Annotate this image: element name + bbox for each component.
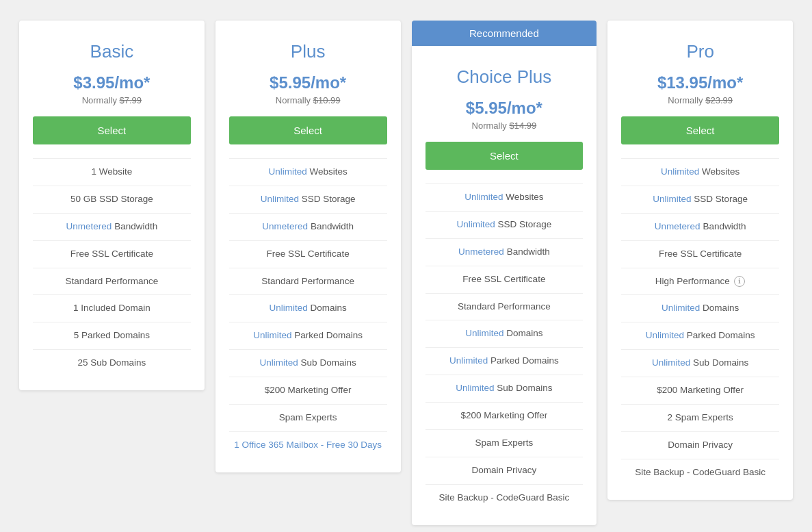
recommended-badge: Recommended bbox=[412, 21, 597, 46]
plan-card-plus: Plus$5.95/mo*Normally $10.99SelectUnlimi… bbox=[215, 21, 401, 472]
feature-item: Standard Performance bbox=[425, 293, 584, 320]
feature-item: Domain Privacy bbox=[621, 431, 779, 459]
feature-item: Unlimited Websites bbox=[621, 158, 779, 186]
select-button-choice-plus[interactable]: Select bbox=[425, 142, 584, 170]
feature-list-pro: Unlimited WebsitesUnlimited SSD StorageU… bbox=[621, 158, 779, 486]
feature-item: 50 GB SSD Storage bbox=[33, 186, 191, 213]
feature-item: Unlimited Parked Domains bbox=[621, 322, 779, 349]
feature-item: Spam Experts bbox=[425, 429, 584, 457]
feature-item: High Performance ℹ bbox=[621, 268, 779, 295]
plan-name-choice-plus: Choice Plus bbox=[425, 66, 584, 88]
feature-item: $200 Marketing Offer bbox=[621, 377, 779, 404]
feature-item: Unlimited Domains bbox=[425, 320, 584, 347]
plan-price-choice-plus: $5.95/mo* bbox=[425, 99, 584, 118]
feature-item: Free SSL Certificate bbox=[229, 240, 387, 268]
feature-item: Unmetered Bandwidth bbox=[229, 213, 387, 240]
feature-list-choice-plus: Unlimited WebsitesUnlimited SSD StorageU… bbox=[425, 183, 584, 511]
feature-item: Unlimited SSD Storage bbox=[229, 186, 387, 213]
feature-item: 1 Office 365 Mailbox - Free 30 Days bbox=[229, 431, 387, 459]
feature-item: Free SSL Certificate bbox=[33, 240, 191, 268]
plan-name-basic: Basic bbox=[33, 41, 191, 62]
plan-card-choice-plus: Choice Plus$5.95/mo*Normally $14.99Selec… bbox=[412, 46, 597, 525]
pricing-wrapper: Basic$3.95/mo*Normally $7.99Select1 Webs… bbox=[14, 14, 798, 525]
feature-item: Site Backup - CodeGuard Basic bbox=[621, 459, 779, 486]
plan-price-basic: $3.95/mo* bbox=[33, 73, 191, 92]
feature-item: Unlimited Sub Domains bbox=[229, 349, 387, 377]
feature-item: Unlimited Websites bbox=[229, 158, 387, 186]
feature-item: Unlimited Domains bbox=[621, 294, 779, 322]
feature-item: Free SSL Certificate bbox=[425, 266, 584, 293]
feature-item: Unlimited Parked Domains bbox=[229, 322, 387, 349]
feature-item: $200 Marketing Offer bbox=[425, 402, 584, 429]
feature-item: 2 Spam Experts bbox=[621, 404, 779, 431]
feature-item: Unlimited Sub Domains bbox=[425, 375, 584, 402]
feature-list-basic: 1 Website50 GB SSD StorageUnmetered Band… bbox=[33, 158, 191, 377]
office365-link[interactable]: 1 Office 365 Mailbox - Free 30 Days bbox=[234, 440, 382, 450]
plan-card-pro: Pro$13.95/mo*Normally $23.99SelectUnlimi… bbox=[607, 21, 793, 500]
plan-name-pro: Pro bbox=[621, 41, 779, 62]
plan-card-basic: Basic$3.95/mo*Normally $7.99Select1 Webs… bbox=[19, 21, 205, 390]
feature-item: Standard Performance bbox=[229, 268, 387, 295]
feature-item: Free SSL Certificate bbox=[621, 240, 779, 268]
plan-normal-price-pro: Normally $23.99 bbox=[621, 95, 779, 105]
feature-item: 5 Parked Domains bbox=[33, 322, 191, 349]
feature-item: $200 Marketing Offer bbox=[229, 377, 387, 404]
select-button-plus[interactable]: Select bbox=[229, 116, 387, 144]
info-icon[interactable]: ℹ bbox=[734, 276, 745, 287]
feature-list-plus: Unlimited WebsitesUnlimited SSD StorageU… bbox=[229, 158, 387, 459]
feature-item: Unlimited SSD Storage bbox=[621, 186, 779, 213]
feature-item: 25 Sub Domains bbox=[33, 349, 191, 377]
select-button-pro[interactable]: Select bbox=[621, 116, 779, 144]
plan-column-choice-plus: RecommendedChoice Plus$5.95/mo*Normally … bbox=[406, 21, 603, 525]
feature-item: Standard Performance bbox=[33, 268, 191, 295]
plan-column-plus: Plus$5.95/mo*Normally $10.99SelectUnlimi… bbox=[210, 21, 406, 472]
plan-column-pro: Pro$13.95/mo*Normally $23.99SelectUnlimi… bbox=[602, 21, 798, 500]
feature-item: 1 Website bbox=[33, 158, 191, 186]
plan-price-plus: $5.95/mo* bbox=[229, 73, 387, 92]
feature-item: Unmetered Bandwidth bbox=[621, 213, 779, 240]
feature-item: Unlimited Domains bbox=[229, 294, 387, 322]
feature-item: Unlimited SSD Storage bbox=[425, 211, 584, 238]
feature-item: 1 Included Domain bbox=[33, 294, 191, 322]
feature-item: Unlimited Parked Domains bbox=[425, 347, 584, 375]
feature-item: Unmetered Bandwidth bbox=[33, 213, 191, 240]
feature-item: Site Backup - CodeGuard Basic bbox=[425, 484, 584, 511]
plan-column-basic: Basic$3.95/mo*Normally $7.99Select1 Webs… bbox=[14, 21, 210, 390]
plan-normal-price-basic: Normally $7.99 bbox=[33, 95, 191, 105]
feature-item: Domain Privacy bbox=[425, 457, 584, 484]
select-button-basic[interactable]: Select bbox=[33, 116, 191, 144]
feature-item: Unmetered Bandwidth bbox=[425, 238, 584, 266]
plan-name-plus: Plus bbox=[229, 41, 387, 62]
feature-item: Unlimited Sub Domains bbox=[621, 349, 779, 377]
plan-price-pro: $13.95/mo* bbox=[621, 73, 779, 92]
plan-normal-price-choice-plus: Normally $14.99 bbox=[425, 121, 584, 131]
feature-item: Unlimited Websites bbox=[425, 183, 584, 211]
feature-item: Spam Experts bbox=[229, 404, 387, 431]
plan-normal-price-plus: Normally $10.99 bbox=[229, 95, 387, 105]
